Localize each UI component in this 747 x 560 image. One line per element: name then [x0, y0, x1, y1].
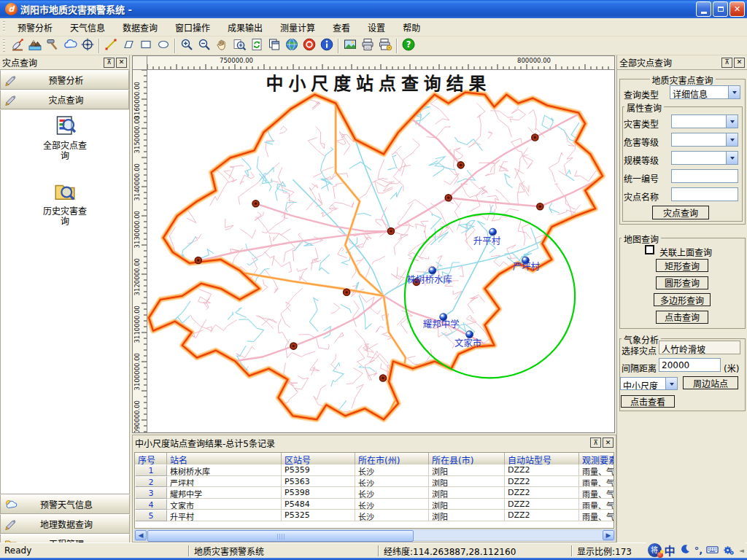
restore-button[interactable] [713, 1, 728, 17]
zoom-page-button[interactable] [231, 37, 248, 54]
disaster-point-marker[interactable] [532, 134, 538, 141]
sidebar-item-1[interactable]: 历史灾害查询 [1, 180, 129, 227]
table-column-header-2[interactable]: 区站号 [282, 453, 355, 464]
image-export-button[interactable] [341, 37, 359, 54]
print-setup-button[interactable] [376, 37, 394, 54]
menu-item-7[interactable]: 设置 [359, 19, 394, 36]
disaster-query-button[interactable]: 灾点查询 [652, 206, 709, 219]
menu-item-6[interactable]: 查看 [324, 19, 359, 36]
field-combo-1[interactable] [671, 133, 738, 147]
print-button[interactable] [359, 37, 376, 54]
table-row[interactable]: 3耀邦中学P5398长沙浏阳DZZ2雨量、气 [135, 487, 614, 499]
menu-item-3[interactable]: 窗口操作 [166, 19, 219, 36]
line-tool-button[interactable] [102, 37, 120, 54]
table-row[interactable]: 4文家市P5484长沙浏阳DZZ2雨量、气 [135, 499, 614, 510]
ime-badge-icon[interactable]: 将 [648, 543, 662, 557]
polygon-tool-button[interactable] [120, 37, 137, 54]
distance-input[interactable]: 20000 [659, 358, 721, 372]
disaster-point-marker[interactable] [344, 289, 350, 295]
click-view-button[interactable]: 点击查看 [621, 395, 675, 408]
pin-icon[interactable]: ⊼ [104, 58, 115, 68]
map-query-button-0[interactable]: 矩形查询 [656, 259, 708, 272]
punctuation-icon[interactable]: °, [694, 545, 703, 556]
cloud-button[interactable] [61, 37, 79, 54]
pan-hand-button[interactable] [213, 37, 231, 54]
collapse-arrow-icon[interactable]: ◄ [739, 547, 744, 554]
table-row[interactable]: 1株树桥水库P5359长沙浏阳DZZ2雨量、气 [135, 464, 614, 476]
sidebar-item-0[interactable]: 全部灾点查询 [1, 114, 129, 161]
field-input-4[interactable] [671, 187, 738, 201]
pin-icon[interactable]: ⊼ [590, 438, 601, 448]
disaster-point-marker[interactable] [537, 203, 543, 210]
menu-item-0[interactable]: 预警分析 [9, 19, 61, 36]
scroll-right-icon[interactable]: ▶ [603, 530, 614, 540]
scrollbar-thumb[interactable] [147, 530, 414, 542]
scale-combo[interactable]: 中小尺度 [620, 377, 678, 390]
disaster-point-marker[interactable] [445, 195, 452, 201]
close-button[interactable]: ✕ [729, 1, 745, 17]
chevron-down-icon[interactable] [665, 378, 677, 389]
crosshair-button[interactable] [79, 37, 96, 54]
moon-icon[interactable] [678, 542, 692, 558]
stop-button[interactable] [301, 37, 318, 54]
field-input-3[interactable] [671, 169, 738, 183]
minimize-button[interactable] [696, 1, 711, 17]
close-icon[interactable]: ✕ [603, 438, 614, 448]
disaster-point-marker[interactable] [195, 257, 201, 263]
sidebar-bottom-bar-1[interactable]: 地理数据查询 [0, 514, 130, 534]
nearby-stations-button[interactable]: 周边站点 [683, 376, 738, 389]
copy-pages-button[interactable] [266, 37, 283, 54]
table-row[interactable]: 5升平村P5325长沙浏阳DZZ2雨量、气 [135, 510, 614, 521]
table-column-header-4[interactable]: 所在县(市) [429, 453, 505, 464]
table-column-header-0[interactable]: 序号 [135, 453, 167, 464]
scroll-left-icon[interactable]: ◀ [135, 530, 147, 540]
settings-gear-icon[interactable] [722, 542, 736, 559]
map-query-button-1[interactable]: 圆形查询 [656, 276, 708, 289]
field-combo-0[interactable] [671, 114, 738, 128]
globe-button[interactable] [283, 37, 301, 54]
info-button[interactable] [318, 37, 336, 54]
chevron-down-icon[interactable] [726, 133, 738, 146]
help-button[interactable]: ? [400, 37, 417, 54]
chevron-down-icon[interactable] [726, 115, 738, 128]
menu-item-1[interactable]: 天气信息 [61, 19, 114, 36]
menu-item-2[interactable]: 数据查询 [114, 19, 166, 36]
field-combo-2[interactable] [671, 151, 738, 165]
table-horizontal-scrollbar[interactable]: ◀ ▶ [134, 529, 615, 541]
sidebar-bottom-bar-0[interactable]: 预警天气信息 [0, 494, 130, 514]
table-column-header-3[interactable]: 所在市(州) [355, 453, 429, 464]
map-query-button-2[interactable]: 多边形查询 [654, 293, 711, 306]
map-query-button-3[interactable]: 点击查询 [656, 311, 708, 324]
disaster-point-marker[interactable] [379, 375, 386, 381]
table-row[interactable]: 2严坪村P5363长沙浏阳DZZ2雨量、气 [135, 476, 614, 488]
pin-icon[interactable]: ⊼ [721, 58, 732, 68]
keyboard-icon[interactable] [705, 542, 719, 559]
chevron-down-icon[interactable] [728, 86, 740, 98]
disaster-point-marker[interactable] [387, 228, 394, 235]
disaster-point-marker[interactable] [457, 162, 464, 168]
menu-item-8[interactable]: 帮助 [394, 19, 429, 36]
zoom-in-button[interactable] [178, 37, 196, 54]
close-icon[interactable]: ✕ [734, 58, 745, 68]
link-query-checkbox[interactable] [645, 245, 654, 254]
mountain-button[interactable] [26, 37, 44, 54]
sidebar-bar-1[interactable]: 灾点查询 [0, 90, 129, 109]
chevron-down-icon[interactable] [726, 152, 738, 164]
hammer-button[interactable] [44, 37, 61, 54]
query-type-combo[interactable]: 详细信息 [670, 85, 740, 99]
close-icon[interactable]: ✕ [116, 58, 127, 68]
refresh-page-button[interactable] [248, 37, 266, 54]
rect-tool-button[interactable] [137, 37, 155, 54]
table-column-header-5[interactable]: 自动站型号 [505, 453, 579, 464]
ellipse-tool-button[interactable] [155, 37, 172, 54]
menu-item-5[interactable]: 测量计算 [271, 19, 324, 36]
disaster-point-marker[interactable] [252, 201, 259, 207]
table-column-header-1[interactable]: 站名 [167, 453, 282, 464]
satellite-button[interactable] [9, 37, 26, 54]
table-column-header-6[interactable]: 观测要素 [579, 453, 614, 464]
disaster-point-marker[interactable] [290, 343, 297, 349]
zoom-out-button[interactable] [196, 37, 213, 54]
menu-item-4[interactable]: 成果输出 [219, 19, 271, 36]
chinese-mode-icon[interactable]: 中 [665, 542, 676, 558]
map-canvas[interactable]: 升平村严坪村株树桥水库耀邦中学文家市中小尺度站点查询结果 [147, 70, 614, 432]
